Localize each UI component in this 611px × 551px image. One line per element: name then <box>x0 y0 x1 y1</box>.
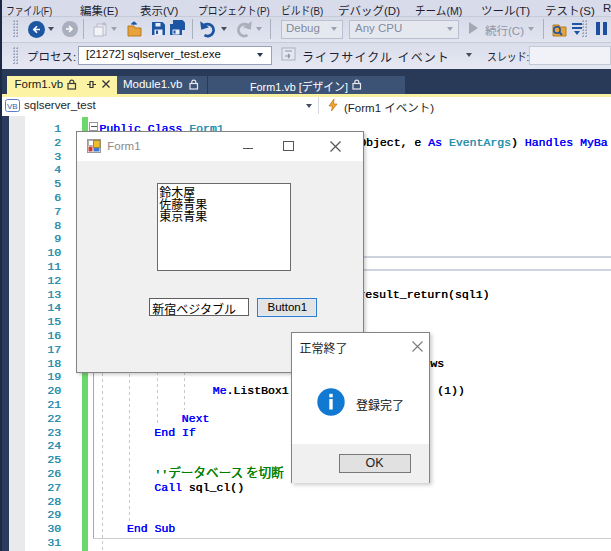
svg-text:VB: VB <box>7 102 18 111</box>
